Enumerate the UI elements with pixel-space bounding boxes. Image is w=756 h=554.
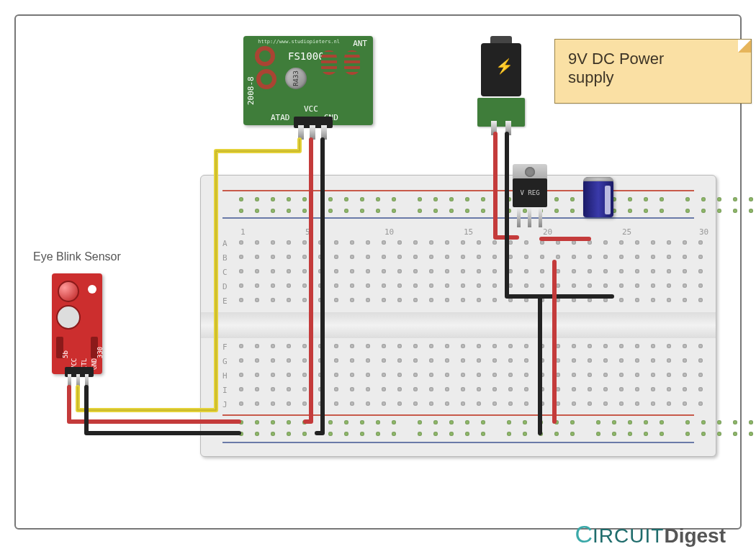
row-h: H [222,371,228,381]
eye-blink-sensor-label: Eye Blink Sensor [33,250,121,263]
row-f: F [222,342,228,352]
eye-blink-sensor: 5b 330 VCC CTL GND [52,273,102,374]
vreg-label: V REG [520,189,539,196]
sensor-photodiode-icon [56,305,81,330]
rf-url: http://www.studiopieters.nl [258,39,340,45]
sensor-r1: 5b [62,350,69,358]
lightning-icon: ⚡ [495,58,513,75]
row-g: G [222,357,228,366]
note-text: 9V DC Power supply [568,50,734,87]
col-tick-25: 25 [622,227,631,237]
breadboard: 1 5 10 15 20 25 30 A B C D E F G H I J {… [200,175,716,457]
power-supply-note: 9V DC Power supply [554,39,752,104]
row-b: B [222,253,228,263]
diagram-stage: 1 5 10 15 20 25 30 A B C D E F G H I J {… [0,0,756,554]
rf-date: 2008-8 [246,76,256,105]
col-tick-1: 1 [240,227,246,237]
row-a: A [222,239,228,248]
row-i: I [222,386,228,395]
col-tick-5: 5 [305,227,310,237]
rf-vcc-label: VCC [304,104,318,114]
row-j: J [222,400,228,409]
rf-transmitter-module: http://www.studiopieters.nl ANT FS1000A … [243,36,373,125]
electrolytic-capacitor [583,177,613,217]
row-d: D [222,282,228,291]
rf-ant-label: ANT [353,39,367,48]
col-tick-10: 10 [384,227,394,237]
row-e: E [222,296,228,306]
rf-data-label: ATAD [271,113,290,122]
col-tick-30: 30 [699,227,708,237]
watermark-logo: CIRCUITDigest [575,520,726,548]
dc-power-jack: ⚡ [481,43,521,122]
voltage-regulator: V REG [513,164,547,229]
sensor-led-icon [58,281,79,302]
rf-saw-resonator: R433 [285,68,307,89]
sensor-r2: 330 [96,347,104,358]
col-tick-15: 15 [464,227,473,237]
row-c: C [222,268,228,277]
